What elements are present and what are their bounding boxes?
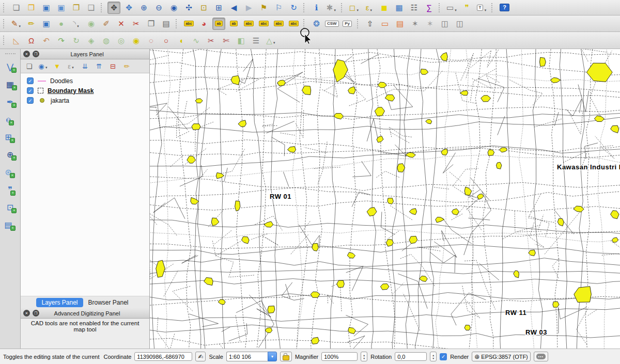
snapping-options-button[interactable]: Ω [25,34,38,46]
highlighted-parcel[interactable] [436,217,444,223]
dropdown-arrow-icon[interactable]: ▼ [454,9,457,14]
north-arrow-button[interactable]: ⇧ [364,18,377,30]
highlighted-parcel[interactable] [611,211,619,219]
csw-button[interactable]: CSW [325,18,339,30]
highlighted-parcel[interactable] [378,82,386,88]
pan-map-button[interactable]: ✥ [107,2,120,14]
add-oracle-layer-button[interactable]: ❞ [4,184,17,196]
highlighted-parcel[interactable] [348,327,356,334]
add-virtual-layer-button[interactable]: ⊡ [4,202,17,213]
zoom-full-button[interactable]: ✣ [182,2,195,14]
highlighted-parcel[interactable] [377,136,383,142]
highlighted-parcel[interactable] [426,119,432,124]
undo-button[interactable]: ↶ [40,34,53,46]
layer-checkbox[interactable]: ✓ [27,87,34,94]
offset-curve-button[interactable]: ◖ [175,34,188,46]
highlighted-parcel[interactable] [460,91,468,96]
atlas-check-button[interactable]: ◫ [439,18,452,30]
highlighted-parcel[interactable] [397,164,405,172]
circular-string-button[interactable]: ◝ ▼ [70,18,83,30]
style-wand-copy-button[interactable]: ✶ [409,18,422,30]
show-hide-labels-button[interactable]: abc [242,18,255,30]
highlighted-parcel[interactable] [540,57,546,66]
tab-layers-panel[interactable]: Layers Panel [36,298,83,307]
move-feature-button[interactable]: ◉ [85,18,98,30]
paste-features-button[interactable]: ▤ [160,18,173,30]
measure-button[interactable]: ▭ ▼ [445,2,458,14]
add-postgis-layer-button[interactable]: ℮ ▼ [4,114,17,125]
refresh-button[interactable]: ↻ [287,2,300,14]
dropdown-arrow-icon[interactable]: ▼ [369,9,373,14]
highlighted-parcel[interactable] [312,243,319,251]
highlighted-parcel[interactable] [420,276,428,282]
run-feature-action-button[interactable]: ✱ ▼ [325,2,338,14]
help-button[interactable]: ? [498,2,511,14]
add-raster-layer-button[interactable]: ▦ [4,79,17,90]
highlighted-parcel[interactable] [386,240,393,247]
highlighted-parcel[interactable] [550,77,561,83]
render-checkbox[interactable]: ✓ [440,353,447,360]
highlighted-parcel[interactable] [265,328,272,333]
highlighted-parcel[interactable] [406,152,416,157]
highlighted-parcel[interactable] [496,162,502,169]
highlighted-parcel[interactable] [312,337,319,344]
new-bookmark-button[interactable]: ⚑ [257,2,270,14]
highlighted-parcel[interactable] [514,271,519,278]
highlighted-parcel[interactable] [218,299,225,305]
highlighted-parcel[interactable] [594,116,604,121]
add-part-button[interactable]: ◎ [115,34,128,46]
highlighted-parcel[interactable] [499,148,507,152]
highlighted-parcel[interactable] [277,80,286,86]
highlighted-parcel[interactable] [409,236,417,243]
statistics-button[interactable]: ∑ [423,2,436,14]
scale-dropdown-icon[interactable]: ▼ [268,352,277,361]
pan-to-selection-button[interactable]: ✥ [122,2,135,14]
highlighted-parcel[interactable] [231,75,240,85]
move-label-button[interactable]: abc [257,18,270,30]
highlighted-parcel[interactable] [612,238,618,243]
highlighted-parcel[interactable] [488,150,494,156]
save-project-as-button[interactable]: ▣ [55,2,68,14]
tab-browser-panel[interactable]: Browser Panel [83,298,134,307]
field-calculator-button[interactable]: ☷ [408,2,421,14]
zoom-out-button[interactable]: ⊖ [152,2,165,14]
new-project-button[interactable]: ❏ [10,2,23,14]
highlighted-parcel[interactable] [268,306,275,313]
new-print-composer-button[interactable]: ❐ [70,2,83,14]
highlighted-parcel[interactable] [367,208,377,216]
save-layer-edits-button[interactable]: ▣ [40,18,53,30]
highlighted-parcel[interactable] [441,149,448,155]
pin-labels-button[interactable]: ab [212,18,225,30]
dropdown-arrow-icon[interactable]: ▼ [76,25,80,30]
rotation-spinner[interactable]: ▲ ▼ [430,352,437,361]
highlighted-parcel[interactable] [187,156,196,163]
scale-bar-button[interactable]: ▤ [394,18,407,30]
highlighted-parcel[interactable] [156,260,165,277]
add-wfs-layer-button[interactable]: ⊛ ▼ [4,167,17,178]
zoom-native-button[interactable]: ◉ [167,2,180,14]
toggle-editing-button[interactable]: ✏ [25,18,38,30]
simplify-feature-button[interactable]: ◈ [85,34,98,46]
coordinate-capture-button[interactable]: ✍ [195,352,206,361]
highlighted-parcel[interactable] [557,218,564,226]
highlighted-parcel[interactable] [529,250,536,256]
float-panel-icon[interactable]: ❐ [33,51,39,57]
dropdown-arrow-icon[interactable]: ▼ [71,66,74,71]
rotate-feature-button[interactable]: ↻ [70,34,83,46]
highlighted-parcel[interactable] [264,221,273,227]
reshape-features-button[interactable]: ∿ [190,34,203,46]
dropdown-arrow-icon[interactable]: ▼ [484,9,487,14]
delete-part-button[interactable]: ○ [160,34,173,46]
highlighted-parcel[interactable] [388,198,394,204]
close-icon[interactable]: ✕ [23,51,30,57]
style-brush-button[interactable]: ✏ [121,61,133,71]
add-feature-button[interactable]: ● [55,18,68,30]
dropdown-arrow-icon[interactable]: ▼ [18,25,21,30]
zoom-to-selection-button[interactable]: ⊡ [197,2,210,14]
zoom-next-button[interactable]: ▶ [242,2,255,14]
dropdown-arrow-icon[interactable]: ▼ [273,41,276,46]
advanced-digitizing-tools-button[interactable]: ◺ [10,34,23,46]
close-icon[interactable]: ✕ [23,310,30,316]
python-console-button[interactable]: Py [341,18,354,30]
merge-features-button[interactable]: ◧ [235,34,247,46]
